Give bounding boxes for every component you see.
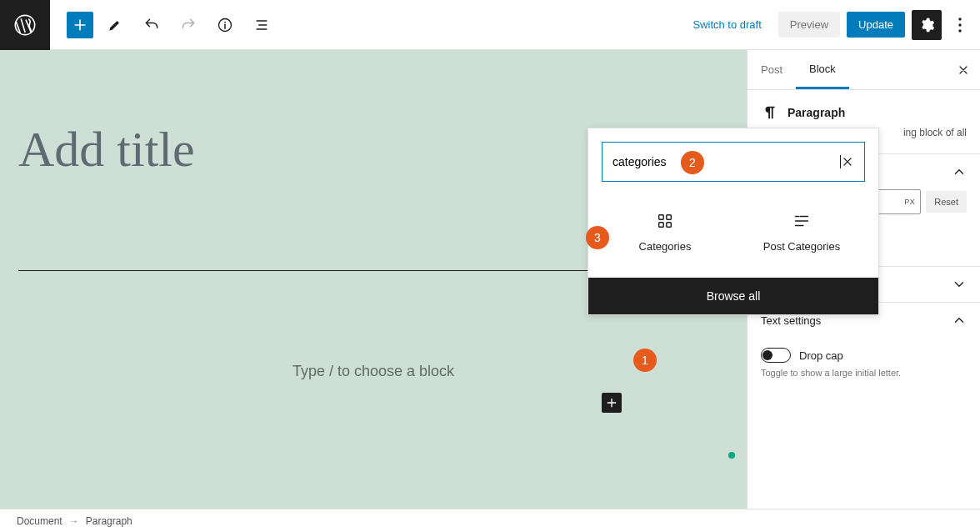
chevron-up-icon xyxy=(952,313,967,328)
wordpress-logo[interactable] xyxy=(0,0,50,50)
svg-rect-6 xyxy=(659,215,664,220)
connection-status-indicator xyxy=(728,452,735,459)
search-input-wrap xyxy=(602,142,865,182)
edit-icon[interactable] xyxy=(100,10,130,40)
block-title: Paragraph xyxy=(788,106,845,119)
chevron-down-icon xyxy=(952,277,967,292)
switch-to-draft-link[interactable]: Switch to draft xyxy=(682,12,771,38)
drop-cap-hint: Toggle to show a large initial letter. xyxy=(748,368,980,391)
svg-rect-9 xyxy=(667,223,672,228)
block-heading: Paragraph xyxy=(748,90,980,125)
block-result-label: Categories xyxy=(639,240,692,253)
browse-all-button[interactable]: Browse all xyxy=(588,278,878,314)
toolbar-left-group xyxy=(50,10,277,40)
chevron-up-icon xyxy=(952,164,967,179)
drop-cap-row: Drop cap xyxy=(748,338,980,368)
svg-rect-8 xyxy=(659,223,664,228)
panel-text-settings-label: Text settings xyxy=(761,314,821,327)
svg-point-4 xyxy=(958,23,961,26)
toolbar-right-group: Switch to draft Preview Update xyxy=(682,10,980,40)
reset-button[interactable]: Reset xyxy=(926,191,967,213)
close-panel-icon[interactable] xyxy=(957,63,970,77)
preview-button[interactable]: Preview xyxy=(778,12,840,38)
annotation-marker-3: 3 xyxy=(586,226,609,249)
annotation-marker-2: 2 xyxy=(681,151,704,174)
tab-post[interactable]: Post xyxy=(748,52,796,88)
sidebar-tabs: Post Block xyxy=(748,50,980,90)
tab-block[interactable]: Block xyxy=(796,51,849,89)
svg-point-2 xyxy=(224,21,226,23)
arrow-icon: → xyxy=(69,515,79,527)
more-options-icon[interactable] xyxy=(948,10,972,40)
block-result-post-categories[interactable]: Post Categories xyxy=(733,212,870,253)
clear-search-icon[interactable] xyxy=(841,155,854,168)
add-block-button[interactable] xyxy=(67,12,93,38)
update-button[interactable]: Update xyxy=(847,12,905,38)
outline-icon[interactable] xyxy=(247,10,277,40)
block-result-categories[interactable]: Categories xyxy=(597,212,733,253)
annotation-marker-1: 1 xyxy=(633,349,657,372)
svg-point-5 xyxy=(958,29,961,32)
categories-icon xyxy=(656,212,674,230)
svg-rect-7 xyxy=(667,215,672,220)
redo-icon[interactable] xyxy=(173,10,203,40)
search-results: Categories Post Categories xyxy=(588,195,878,278)
info-icon[interactable] xyxy=(210,10,240,40)
drop-cap-toggle[interactable] xyxy=(761,348,791,363)
settings-button[interactable] xyxy=(912,10,942,40)
svg-point-3 xyxy=(958,18,961,20)
drop-cap-label: Drop cap xyxy=(799,349,843,362)
undo-icon[interactable] xyxy=(137,10,167,40)
block-result-label: Post Categories xyxy=(763,240,841,253)
inline-add-block-button[interactable] xyxy=(602,393,622,413)
breadcrumb-current[interactable]: Paragraph xyxy=(86,515,132,527)
breadcrumb-root[interactable]: Document xyxy=(17,515,62,527)
block-search-input[interactable] xyxy=(612,155,840,168)
top-toolbar: Switch to draft Preview Update xyxy=(0,0,980,50)
post-categories-icon xyxy=(792,212,811,230)
panel-text-settings: Text settings Drop cap Toggle to show a … xyxy=(748,303,980,391)
breadcrumb-footer: Document → Paragraph xyxy=(0,509,980,532)
paragraph-icon xyxy=(761,103,779,122)
block-inserter-popup: Categories Post Categories Browse all xyxy=(588,128,879,315)
